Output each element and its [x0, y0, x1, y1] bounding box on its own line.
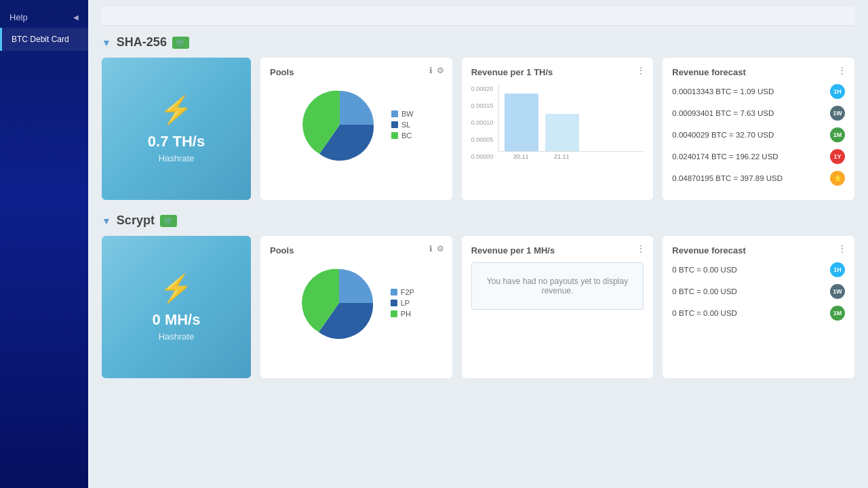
forecast-item-1w: 0.00093401 BTC = 7.63 USD 1W — [672, 106, 845, 121]
scrypt-chevron[interactable]: ▼ — [102, 216, 111, 226]
scrypt-pie-chart — [298, 262, 380, 344]
sha256-pie-chart — [299, 84, 380, 165]
scrypt-cart-icon[interactable]: 🛒 — [160, 215, 177, 227]
forecast-badge-1w: 1W — [830, 106, 845, 121]
x-axis-labels: 20.11 21.11 — [498, 153, 644, 160]
legend-item-bw: BW — [391, 110, 414, 118]
scrypt-forecast-badge-1h: 1H — [830, 262, 845, 277]
y-axis-labels: 0.00020 0.00015 0.00010 0.00005 0.00000 — [471, 85, 496, 160]
legend-item-lp: LP — [391, 299, 414, 307]
bar-group-2 — [545, 114, 579, 151]
scrypt-forecast-item-1m: 0 BTC = 0.00 USD 1M — [672, 306, 845, 321]
sha256-pools-content: BW SL BC — [270, 84, 443, 165]
scrypt-pools-legend: F2P LP PH — [391, 288, 414, 318]
legend-label-f2p: F2P — [401, 288, 414, 296]
legend-item-ph: PH — [391, 310, 414, 318]
scrypt-revenue-card: Revenue per 1 MH/s ⋮ You have had no pay… — [462, 236, 654, 378]
scrypt-bolt-icon: ⚡ — [159, 272, 193, 304]
sha256-pools-card: Pools ℹ ⚙ BW — [260, 58, 452, 200]
legend-dot-bw — [391, 110, 398, 117]
more-icon[interactable]: ⋮ — [637, 66, 645, 75]
forecast-item-3m: 0.0240174 BTC = 196.22 USD 1Y — [672, 149, 845, 164]
forecast-text-1m: 0.0040029 BTC = 32.70 USD — [672, 131, 774, 139]
legend-dot-f2p — [391, 289, 397, 296]
scrypt-pools-content: F2P LP PH — [270, 262, 443, 344]
legend-label-ph: PH — [401, 310, 411, 318]
sha256-pools-title: Pools — [270, 67, 443, 77]
scrypt-forecast-title: Revenue forecast — [672, 245, 845, 256]
sha256-hashrate-card: ⚡ 0.7 TH/s Hashrate — [102, 58, 251, 200]
sha256-chevron[interactable]: ▼ — [102, 37, 111, 48]
forecast-item-1h: 0.00013343 BTC = 1.09 USD 1H — [672, 84, 845, 99]
settings-icon[interactable]: ⚙ — [437, 244, 444, 253]
sha256-cards-row: ⚡ 0.7 TH/s Hashrate Pools ℹ ⚙ — [102, 58, 854, 200]
scrypt-section-header: ▼ Scrypt 🛒 — [102, 214, 854, 228]
sidebar-item-btc-debit-card[interactable]: BTC Debit Card — [0, 28, 88, 51]
bar-chart-area — [498, 84, 644, 152]
sha256-cart-icon[interactable]: 🛒 — [172, 37, 189, 49]
sha256-hashrate-value: 0.7 TH/s — [148, 133, 205, 150]
legend-item-bc: BC — [391, 131, 414, 140]
scrypt-title: Scrypt — [117, 214, 155, 228]
sha256-bolt-icon: ⚡ — [159, 94, 193, 126]
legend-item-sl: SL — [391, 121, 414, 129]
scrypt-pools-title: Pools — [270, 245, 443, 256]
more-icon[interactable]: ⋮ — [838, 244, 846, 253]
legend-label-bw: BW — [401, 110, 414, 118]
sha256-revenue-card: Revenue per 1 TH/s ⋮ 0.00020 0.00015 0.0… — [462, 58, 654, 200]
help-label: Help — [9, 12, 28, 22]
legend-label-lp: LP — [401, 299, 410, 307]
bar-2 — [545, 114, 579, 151]
scrypt-forecast-badge-1m: 1M — [830, 306, 845, 321]
sha256-forecast-list: 0.00013343 BTC = 1.09 USD 1H 0.00093401 … — [672, 84, 845, 186]
scrypt-pools-card: Pools ℹ ⚙ F2P — [260, 236, 452, 378]
scrypt-revenue-icons: ⋮ — [637, 244, 645, 253]
sha256-revenue-icons: ⋮ — [637, 66, 645, 75]
bar-1 — [505, 94, 538, 151]
sha256-revenue-chart: 0.00020 0.00015 0.00010 0.00005 0.00000 — [471, 84, 644, 160]
legend-dot-ph — [391, 310, 397, 317]
sha256-forecast-card: Revenue forecast ⋮ 0.00013343 BTC = 1.09… — [663, 58, 854, 200]
bar-group-1 — [505, 94, 538, 151]
scrypt-forecast-list: 0 BTC = 0.00 USD 1H 0 BTC = 0.00 USD 1W … — [672, 262, 845, 321]
scrypt-forecast-icons: ⋮ — [838, 244, 846, 253]
scrypt-forecast-text-1h: 0 BTC = 0.00 USD — [672, 266, 737, 274]
more-icon[interactable]: ⋮ — [838, 66, 846, 75]
legend-item-f2p: F2P — [391, 288, 414, 296]
sidebar: Help ◀ BTC Debit Card — [0, 0, 88, 488]
sha256-forecast-title: Revenue forecast — [672, 67, 845, 77]
scrypt-forecast-badge-1w: 1W — [830, 284, 845, 299]
scrypt-forecast-text-1m: 0 BTC = 0.00 USD — [672, 309, 737, 317]
forecast-text-3m: 0.0240174 BTC = 196.22 USD — [672, 152, 778, 161]
scrypt-hashrate-card: ⚡ 0 MH/s Hashrate — [102, 236, 251, 378]
info-icon[interactable]: ℹ — [429, 244, 433, 253]
legend-dot-lp — [391, 300, 397, 306]
sha256-title: SHA-256 — [117, 35, 167, 49]
forecast-badge-3m: 1Y — [830, 149, 845, 164]
scrypt-pools-icons: ℹ ⚙ — [429, 244, 444, 253]
scrypt-revenue-title: Revenue per 1 MH/s — [471, 245, 644, 256]
collapse-icon[interactable]: ◀ — [73, 14, 79, 21]
forecast-text-1h: 0.00013343 BTC = 1.09 USD — [672, 87, 774, 96]
forecast-item-1m: 0.0040029 BTC = 32.70 USD 1M — [672, 127, 845, 142]
forecast-badge-1m: 1M — [830, 127, 845, 142]
info-icon[interactable]: ℹ — [429, 66, 433, 75]
forecast-text-1w: 0.00093401 BTC = 7.63 USD — [672, 109, 774, 117]
more-icon[interactable]: ⋮ — [637, 244, 645, 253]
scrypt-forecast-card: Revenue forecast ⋮ 0 BTC = 0.00 USD 1H 0… — [663, 236, 854, 378]
forecast-badge-1h: 1H — [830, 84, 845, 99]
sha256-pools-legend: BW SL BC — [391, 110, 414, 140]
sha256-pools-icons: ℹ ⚙ — [429, 66, 444, 75]
sidebar-help[interactable]: Help ◀ — [0, 7, 88, 28]
scrypt-forecast-item-1w: 0 BTC = 0.00 USD 1W — [672, 284, 845, 299]
legend-dot-bc — [391, 132, 398, 139]
legend-label-sl: SL — [401, 121, 410, 129]
forecast-text-1y: 0.04870195 BTC = 397.89 USD — [672, 174, 783, 182]
legend-label-bc: BC — [401, 131, 412, 140]
top-nav — [102, 7, 854, 26]
scrypt-cards-row: ⚡ 0 MH/s Hashrate Pools ℹ ⚙ — [102, 236, 854, 378]
scrypt-hashrate-label: Hashrate — [159, 331, 195, 342]
settings-icon[interactable]: ⚙ — [437, 66, 444, 75]
scrypt-hashrate-value: 0 MH/s — [153, 311, 201, 329]
no-payout-message: You have had no payouts yet to display r… — [471, 262, 644, 310]
